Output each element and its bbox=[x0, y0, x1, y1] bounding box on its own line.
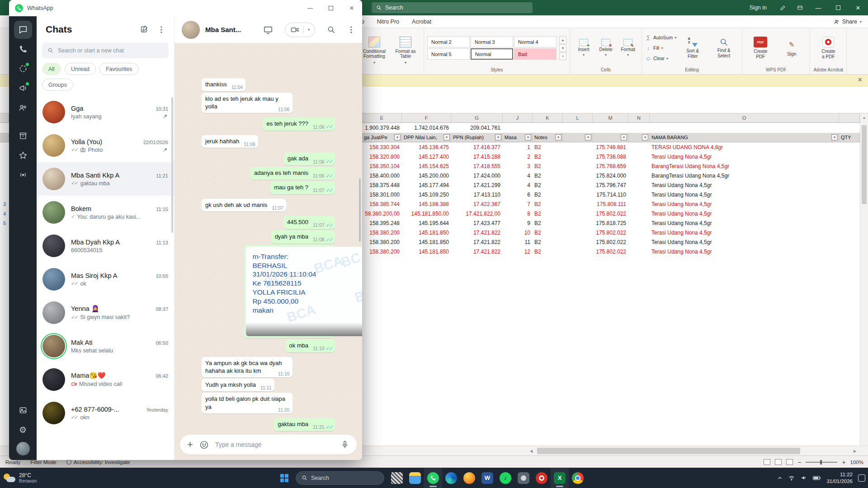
format-button[interactable]: Format▾ bbox=[618, 39, 638, 57]
menu-item-acrobat[interactable]: Acrobat bbox=[412, 19, 431, 25]
messages-scrollbar[interactable] bbox=[359, 178, 361, 242]
data-cell[interactable]: 17.421.822 bbox=[451, 247, 503, 256]
data-cell[interactable]: 175.746.681 bbox=[593, 142, 628, 152]
share-button[interactable]: Share▾ bbox=[834, 17, 862, 27]
data-cell[interactable] bbox=[628, 209, 650, 218]
filter-header-blank[interactable]: ▾ bbox=[563, 133, 593, 142]
message-bubble[interactable]: Ya ampun ak gk bca wa dyah hahaha ak kir… bbox=[202, 357, 292, 378]
data-cell[interactable]: B2 bbox=[533, 180, 563, 190]
column-header-E[interactable]: E bbox=[362, 113, 402, 122]
data-cell[interactable] bbox=[839, 190, 860, 199]
filter-dropdown-icon[interactable]: ▾ bbox=[525, 134, 531, 141]
data-cell[interactable]: B2 bbox=[533, 199, 563, 209]
column-header-J[interactable]: J bbox=[503, 113, 533, 122]
taskbar-app-whatsapp[interactable] bbox=[424, 468, 442, 488]
data-cell[interactable]: 175.808.111 bbox=[593, 199, 628, 209]
taskbar-app-spotify[interactable]: ♪ bbox=[496, 468, 514, 488]
message-input[interactable] bbox=[215, 441, 334, 448]
data-cell[interactable] bbox=[628, 190, 650, 199]
message-bubble[interactable]: BCABCABCABCABCABCAm-Transfer:BERHASIL31/… bbox=[244, 245, 335, 338]
taskbar-clock[interactable]: 11:22 31/01/2026 bbox=[826, 471, 853, 485]
data-cell[interactable]: 145.109.250 bbox=[402, 190, 451, 199]
chat-list-item[interactable]: Mak Ati 06:50 Mks sehat selalu bbox=[37, 329, 174, 363]
totals-cell[interactable] bbox=[503, 123, 533, 133]
message-bubble[interactable]: jeruk hahhah11:06 bbox=[202, 135, 258, 148]
pen-icon[interactable] bbox=[774, 0, 791, 15]
filter-dropdown-icon[interactable]: ▾ bbox=[555, 134, 561, 141]
taskbar-app-firefox[interactable] bbox=[460, 468, 478, 488]
ribbon-options-icon[interactable] bbox=[791, 0, 808, 15]
filter-dropdown-icon[interactable]: ▾ bbox=[585, 134, 591, 141]
data-cell[interactable]: 145.154.625 bbox=[402, 161, 451, 171]
sidebar-item-channels[interactable] bbox=[14, 79, 32, 97]
data-cell[interactable] bbox=[563, 171, 593, 180]
chat-list-item[interactable]: +62 877-6009-... Yesterday ✓✓ okn bbox=[37, 396, 174, 430]
insert-button[interactable]: Insert▾ bbox=[573, 39, 594, 57]
data-cell[interactable]: 17.416.377 bbox=[451, 142, 503, 152]
vscroll-thumb[interactable] bbox=[862, 125, 867, 204]
styles-scroll-down[interactable]: ▼ bbox=[559, 44, 566, 52]
data-cell[interactable]: 10 bbox=[503, 228, 533, 237]
taskbar-app-chrome[interactable] bbox=[569, 468, 587, 488]
zoom-in-icon[interactable]: + bbox=[842, 459, 845, 466]
data-cell[interactable]: Terasi Udang Nona 4,5gr bbox=[650, 180, 839, 190]
tray-chevron-icon[interactable] bbox=[777, 475, 783, 481]
data-cell[interactable] bbox=[839, 237, 860, 247]
data-cell[interactable]: 11 bbox=[503, 237, 533, 247]
row-number[interactable] bbox=[0, 237, 9, 247]
data-cell[interactable] bbox=[628, 228, 650, 237]
message-bubble[interactable]: klo ad es teh jeruk ak mau y yolla11:06 bbox=[202, 93, 292, 113]
row-number[interactable]: 3 bbox=[0, 199, 9, 209]
data-cell[interactable]: 8 bbox=[503, 209, 533, 218]
taskbar-app-word[interactable]: W bbox=[478, 468, 496, 488]
sidebar-item-archived[interactable] bbox=[14, 127, 32, 145]
data-cell[interactable]: 145.136.475 bbox=[402, 142, 451, 152]
data-cell[interactable]: 17.421.822 bbox=[451, 228, 503, 237]
style-cell-normal[interactable]: Normal bbox=[471, 48, 513, 60]
chat-list-item[interactable]: Mas Siroj Kkp A 10:55 ✓✓ ok bbox=[37, 263, 174, 296]
data-cell[interactable]: 145.195.644 bbox=[402, 218, 451, 228]
totals-cell[interactable] bbox=[563, 123, 593, 133]
chat-list-item[interactable]: Gga 10:31 Iyah sayang bbox=[37, 95, 174, 129]
scroll-left-icon[interactable]: ◀ bbox=[527, 447, 535, 455]
data-cell[interactable]: 158.320.800 bbox=[362, 152, 402, 161]
create-a-pdf-button[interactable]: Create a PDF bbox=[813, 37, 843, 59]
column-header-O[interactable]: O bbox=[650, 113, 839, 122]
format-as-table-button[interactable]: Format as Table▾ bbox=[391, 37, 420, 65]
data-cell[interactable]: 145.186.388 bbox=[402, 199, 451, 209]
sidebar-item-media[interactable] bbox=[14, 401, 32, 419]
data-cell[interactable] bbox=[628, 199, 650, 209]
data-cell[interactable]: Terasi Udang Nona 4,5gr bbox=[650, 199, 839, 209]
data-cell[interactable]: 175.796.747 bbox=[593, 180, 628, 190]
taskbar-app-camera[interactable] bbox=[514, 468, 533, 488]
data-cell[interactable]: 158.385.744 bbox=[362, 199, 402, 209]
notification-close-icon[interactable]: ✕ bbox=[858, 76, 863, 83]
data-cell[interactable]: 145.181.850 bbox=[402, 247, 451, 256]
contact-avatar[interactable] bbox=[182, 21, 200, 39]
filter-dropdown-icon[interactable]: ▾ bbox=[621, 134, 627, 141]
sign-button[interactable]: ✎ Sign bbox=[777, 39, 807, 57]
sidebar-item-calls[interactable] bbox=[14, 40, 32, 58]
data-cell[interactable]: Terasi Udang Nona 4,5gr bbox=[650, 218, 839, 228]
data-cell[interactable]: B2 bbox=[533, 190, 563, 199]
data-cell[interactable]: 158.380.200 bbox=[362, 228, 402, 237]
data-cell[interactable] bbox=[628, 171, 650, 180]
data-cell[interactable]: 145.177.494 bbox=[402, 180, 451, 190]
data-cell[interactable]: 158.380.200 bbox=[362, 237, 402, 247]
data-cell[interactable]: 175.802.022 bbox=[593, 209, 628, 218]
data-cell[interactable]: B2 bbox=[533, 142, 563, 152]
data-cell[interactable]: 158.330.304 bbox=[362, 142, 402, 152]
chat-list-item[interactable]: Mba Dyah Kkp A 11:13 6600534015 bbox=[37, 229, 174, 263]
data-cell[interactable]: 1 bbox=[503, 142, 533, 152]
message-bubble[interactable]: 445.50011:07✓✓ bbox=[283, 216, 335, 229]
battery-icon[interactable] bbox=[813, 475, 821, 481]
style-cell-normal-4[interactable]: Normal 4 bbox=[514, 36, 557, 47]
data-cell[interactable]: 175.802.022 bbox=[593, 237, 628, 247]
data-cell[interactable]: 17.413.110 bbox=[451, 190, 503, 199]
column-header-L[interactable]: L bbox=[563, 113, 593, 122]
data-cell[interactable] bbox=[563, 247, 593, 256]
data-cell[interactable]: Terasi Udang Nona 4,5gr bbox=[650, 228, 839, 237]
message-bubble[interactable]: gk ush deh ak ud manis11:07 bbox=[202, 199, 286, 211]
whatsapp-minimize-button[interactable]: — bbox=[300, 0, 321, 16]
filter-pill-all[interactable]: All bbox=[42, 63, 61, 75]
